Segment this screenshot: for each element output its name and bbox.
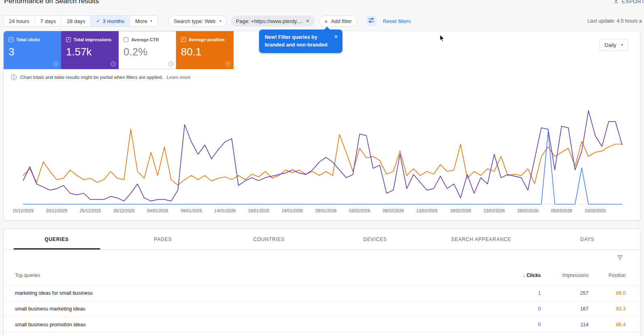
table-toolbar [4,250,640,265]
checkbox-unchecked-icon[interactable]: ✓ [123,37,128,42]
checkbox-checked-icon[interactable]: ✓ [66,37,71,42]
granularity-label: Daily [605,42,616,48]
x-axis-label: 14/01/2026 [215,208,236,213]
range-24-hours-button[interactable]: 24 hours [4,16,35,26]
info-icon: ⓘ [11,74,17,80]
x-axis-label: 13/02/2026 [416,208,438,213]
tab-devices[interactable]: DEVICES [322,229,428,249]
add-filter-label: Add filter [331,18,352,24]
impressions-cell: 257 [541,290,589,296]
column-header-clicks[interactable]: ↓Clicks [493,273,541,278]
tab-days[interactable]: DAYS [534,229,640,249]
x-axis-label: 03/02/2026 [349,208,370,213]
column-header-impressions[interactable]: Impressions [541,273,589,278]
search-type-chip[interactable]: Search type: Web ▾ [168,15,227,27]
help-icon[interactable]: ? [53,61,58,66]
x-axis-label: 10/03/2026 [584,208,606,213]
tab-pages[interactable]: PAGES [110,229,216,249]
column-header-position[interactable]: Position [589,273,626,278]
x-axis-label: 15/12/2025 [13,208,34,213]
query-cell: small business promotion ideas [15,322,493,328]
help-icon[interactable]: ? [111,61,116,66]
reset-filters-link[interactable]: Reset filters [383,18,411,24]
range-more-button[interactable]: More▾ [130,16,157,26]
tooltip-text: New! Filter queries by branded and non-b… [265,34,327,48]
add-filter-button[interactable]: + Add filter [319,15,357,27]
range-label: 24 hours [9,18,30,24]
partial-data-notice: ⓘ Chart totals and table results might b… [11,74,191,80]
checkbox-checked-icon[interactable]: ✓ [181,37,186,42]
check-icon: ✓ [67,38,70,42]
total-impressions-card[interactable]: ✓ Total impressions 1.57k ? [61,31,119,69]
page-filter-chip[interactable]: Page: +https://www.plerdy.... ✕ [231,15,315,27]
card-header: ✓ Total clicks [9,37,56,42]
average-ctr-card[interactable]: ✓ Average CTR 0.2% ? [119,31,176,69]
query-cell: marketing ideas for small business [15,290,493,296]
x-axis-label: 05/03/2026 [551,208,572,213]
granularity-dropdown[interactable]: Daily ▾ [599,39,628,51]
tab-countries[interactable]: COUNTRIES [216,229,322,249]
x-axis-label: 23/02/2026 [484,208,505,213]
tab-label: DAYS [580,237,594,242]
x-axis-label: 09/01/2026 [181,208,202,213]
dimensions-panel: QUERIES PAGES COUNTRIES DEVICES SEARCH A… [3,228,641,336]
range-3-months-button[interactable]: ✓3 months [90,16,130,26]
chevron-down-icon: ▾ [219,19,221,23]
table-row[interactable]: small business marketing ideas 0 167 93.… [4,301,640,317]
x-axis-label: 25/12/2025 [80,208,101,213]
clicks-cell: 0 [493,306,541,312]
chevron-down-icon: ▾ [151,19,153,23]
tab-queries[interactable]: QUERIES [4,229,110,249]
x-axis-label: 29/01/2026 [315,208,337,213]
x-axis-label: 04/01/2026 [147,208,168,213]
chevron-down-icon: ▾ [621,43,623,47]
x-axis-labels: 15/12/202520/12/202525/12/202530/12/2025… [4,208,640,215]
help-icon[interactable]: ? [226,61,231,66]
card-header: ✓ Total impressions [66,37,114,42]
range-7-days-button[interactable]: 7 days [35,16,61,26]
new-filter-tooltip: New! Filter queries by branded and non-b… [259,30,342,53]
tooltip-close-button[interactable]: ✕ [334,33,338,40]
range-label: More [135,18,147,24]
notice-text: Chart totals and table results might be … [20,75,163,80]
table-row[interactable]: marketing ideas for small business 1 257… [4,285,640,301]
tab-label: PAGES [154,237,172,242]
plus-icon: + [324,18,328,24]
position-cell: 93.3 [589,306,626,312]
range-label: 7 days [40,18,56,24]
learn-more-link[interactable]: Learn more [167,75,191,80]
query-cell: small business marketing ideas [15,306,493,312]
card-header: ✓ Average position [181,37,229,42]
range-28-days-button[interactable]: 28 days [61,16,91,26]
column-header-top-queries[interactable]: Top queries [15,273,493,278]
page-filter-label: Page: +https://www.plerdy.... [236,18,302,24]
date-range-group: 24 hours 7 days 28 days ✓3 months More▾ [3,15,158,27]
card-label: Average position [189,37,225,42]
table-row[interactable]: small business promotion ideas 0 114 86.… [4,317,640,333]
help-icon[interactable]: ? [168,61,173,66]
branded-queries-filter-button[interactable] [366,16,376,26]
total-clicks-line [23,131,622,204]
tab-search-appearance[interactable]: SEARCH APPEARANCE [428,229,534,249]
average-position-line [23,129,622,185]
impressions-cell: 114 [541,322,589,328]
x-axis-label: 08/02/2026 [383,208,404,213]
export-button[interactable]: EXPORT [613,0,644,5]
performance-chart[interactable] [4,92,640,213]
average-position-card[interactable]: ✓ Average position 80.1 ? [176,31,234,69]
close-icon[interactable]: ✕ [306,18,310,24]
sort-desc-icon: ↓ [523,273,525,278]
check-icon: ✓ [9,38,13,42]
total-clicks-card[interactable]: ✓ Total clicks 3 ? [4,31,61,69]
card-value: 80.1 [181,46,229,58]
export-label: EXPORT [622,0,644,4]
table-header-row: Top queries ↓Clicks Impressions Position [4,265,640,285]
tab-label: QUERIES [45,237,69,242]
last-update-text: Last update: 4.5 hours a [587,18,642,24]
range-label: 28 days [67,18,85,24]
dimension-tabs: QUERIES PAGES COUNTRIES DEVICES SEARCH A… [4,229,640,250]
filter-list-icon[interactable] [616,254,623,263]
checkbox-checked-icon[interactable]: ✓ [9,37,13,42]
page-title: Performance on Search results [4,0,99,5]
tab-label: SEARCH APPEARANCE [451,237,511,242]
